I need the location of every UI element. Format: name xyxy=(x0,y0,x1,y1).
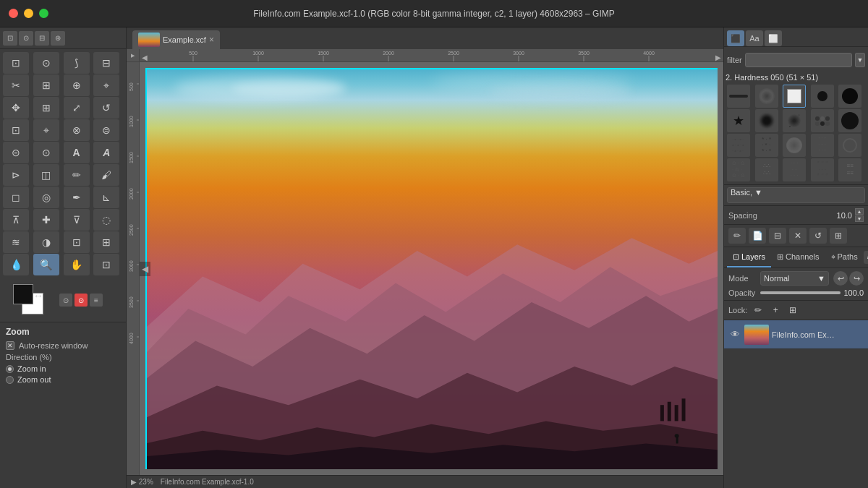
spacing-down-btn[interactable]: ▼ xyxy=(855,215,864,222)
filter-input[interactable] xyxy=(745,53,852,67)
toolbar-icon-2[interactable]: ⊙ xyxy=(19,31,33,46)
tool-extra[interactable]: ⊡ xyxy=(93,254,119,275)
tool-shear[interactable]: ⌖ xyxy=(33,119,59,141)
quick-mask-icon[interactable]: ⊙ xyxy=(59,294,72,307)
tool-perspective[interactable]: ⊗ xyxy=(64,119,90,141)
auto-resize-checkbox[interactable]: ✕ xyxy=(6,341,14,350)
tool-paintbrush[interactable]: 🖌 xyxy=(93,164,119,186)
tool-rect-select[interactable]: ⊡ xyxy=(3,52,29,74)
brush-item-hard-sm[interactable] xyxy=(811,85,834,108)
brush-text-tab[interactable]: Aa xyxy=(746,30,763,46)
tool-transform[interactable]: ⊜ xyxy=(93,119,119,141)
tool-bucket-fill[interactable]: ⊳ xyxy=(3,164,29,186)
brush-item-stipple[interactable]: ∴∴∴∴ xyxy=(755,158,778,181)
brush-item-soft1[interactable] xyxy=(755,85,778,108)
lock-pixels-btn[interactable]: ✏ xyxy=(752,304,765,317)
image-tab[interactable]: Example.xcf × xyxy=(132,30,220,49)
canvas-nav-arrow[interactable]: ◀ xyxy=(140,53,150,61)
brush-item-selected[interactable] xyxy=(783,85,806,108)
tool-pan[interactable]: ✋ xyxy=(64,254,90,275)
tool-zoom[interactable]: 🔍 xyxy=(33,254,59,275)
brush-item-splat1[interactable] xyxy=(755,109,778,132)
tool-free-select[interactable]: ⟆ xyxy=(64,52,90,74)
edit-brush-btn[interactable]: ✏ xyxy=(728,228,746,244)
view-brushes-btn[interactable]: ⊞ xyxy=(830,228,847,244)
tool-move[interactable]: ⊞ xyxy=(33,97,59,119)
tool-scale[interactable]: ⊡ xyxy=(3,119,29,141)
zoom-out-radio[interactable] xyxy=(6,376,14,384)
tool-measure[interactable]: ⊞ xyxy=(93,231,119,253)
tool-align[interactable]: ✥ xyxy=(3,97,29,119)
foreground-color-swatch[interactable] xyxy=(13,284,33,304)
tool-color-balance[interactable]: ⊡ xyxy=(64,231,90,253)
swap-colors-icon[interactable]: ↔ xyxy=(33,290,43,301)
refresh-brushes-btn[interactable]: ↺ xyxy=(809,228,827,244)
lock-position-btn[interactable]: + xyxy=(769,304,782,317)
zoom-in-radio[interactable] xyxy=(6,365,14,373)
tool-by-color[interactable]: ⊞ xyxy=(33,74,59,96)
quick-mask-active-icon[interactable]: ⊙ xyxy=(75,294,88,307)
redo-btn[interactable]: ↪ xyxy=(849,271,864,286)
image-tab-close-icon[interactable]: × xyxy=(209,35,214,45)
tool-clone[interactable]: ⊼ xyxy=(3,209,29,231)
brush-pattern-tab[interactable]: ⬜ xyxy=(765,30,782,46)
tool-fuzzy-select[interactable]: ⊟ xyxy=(93,52,119,74)
tool-ink[interactable]: ✒ xyxy=(64,187,90,208)
brush-item-large-dark[interactable] xyxy=(838,109,861,132)
canvas-nav-arrow-right[interactable]: ▶ xyxy=(713,53,723,61)
spacing-stepper[interactable]: ▲ ▼ xyxy=(855,208,864,222)
brush-item-splatter[interactable]: * · *· * ·* · * xyxy=(755,134,778,157)
brush-item-leaf1[interactable]: ⊙ · ⊙· ⊙ ·⊙ · ⊙ xyxy=(727,158,750,181)
tool-mypaint[interactable]: ⊾ xyxy=(93,187,119,208)
brush-item-hard-lg[interactable] xyxy=(838,85,861,108)
image-canvas[interactable]: ◀ xyxy=(140,62,723,475)
canvas-scroll-left[interactable]: ◀ xyxy=(140,262,150,276)
lock-alpha-btn[interactable]: ⊞ xyxy=(786,304,799,317)
brush-item-line[interactable] xyxy=(727,85,750,108)
tool-blur[interactable]: ◌ xyxy=(93,209,119,231)
brush-item-scatter1[interactable]: ·•·•·•·•·•·•·•· xyxy=(727,134,750,157)
filter-dropdown-arrow[interactable]: ▼ xyxy=(855,53,865,67)
tool-rotate[interactable]: ↺ xyxy=(93,97,119,119)
tool-gradient[interactable]: ◫ xyxy=(33,164,59,186)
layer-visibility-toggle[interactable]: 👁 xyxy=(728,328,741,341)
spacing-up-btn[interactable]: ▲ xyxy=(855,208,864,215)
color-swatch-container[interactable]: ↔ xyxy=(13,284,52,316)
tool-eraser[interactable]: ◻ xyxy=(3,187,29,208)
tool-color-picker[interactable]: 💧 xyxy=(3,254,29,275)
close-button[interactable] xyxy=(9,9,18,18)
tool-perspective-clone[interactable]: ⊽ xyxy=(64,209,90,231)
mode-select[interactable]: Normal ▼ xyxy=(760,271,829,286)
brush-item-spray1[interactable] xyxy=(783,109,806,132)
toolbar-icon-4[interactable]: ⊛ xyxy=(51,31,65,46)
tool-crop[interactable]: ⤢ xyxy=(64,97,90,119)
brush-item-scatter2[interactable]: ⁺⁻⁺⁻⁺⁻⁺⁻⁺ xyxy=(811,134,834,157)
undo-btn[interactable]: ↩ xyxy=(833,271,848,286)
new-brush-btn[interactable]: 📄 xyxy=(749,228,766,244)
tool-ellipse-select[interactable]: ⊙ xyxy=(33,52,59,74)
tool-smudge[interactable]: ≋ xyxy=(3,231,29,253)
tool-warp[interactable]: ⊝ xyxy=(3,142,29,163)
tool-healing[interactable]: ✚ xyxy=(33,209,59,231)
brush-item-dots1[interactable] xyxy=(811,109,834,132)
brush-category-select[interactable]: Basic, ▼ xyxy=(727,187,865,203)
layer-item-0[interactable]: 👁 FileInfo.com Ex… xyxy=(724,320,868,349)
tool-airbrush[interactable]: ◎ xyxy=(33,187,59,208)
tool-cage[interactable]: ⊙ xyxy=(33,142,59,163)
window-controls[interactable] xyxy=(9,9,48,18)
view-icon[interactable]: ≡ xyxy=(90,294,103,307)
tool-foreground-select[interactable]: ⊕ xyxy=(64,74,90,96)
duplicate-brush-btn[interactable]: ⊟ xyxy=(769,228,786,244)
brush-item-soft-glow[interactable] xyxy=(783,134,806,157)
brush-item-grunge[interactable]: ⁺ ⁻ ⁺∙ ∙ ∙⁺ ⁻ ⁺ xyxy=(811,158,834,181)
brush-item-texture[interactable]: ≡≡≡≡ xyxy=(838,158,861,181)
paths-tab[interactable]: ⌖ Paths xyxy=(825,247,864,267)
brush-color-tab[interactable]: ⬛ xyxy=(727,30,744,46)
tool-pencil[interactable]: ✏ xyxy=(64,164,90,186)
tool-dodge[interactable]: ◑ xyxy=(33,231,59,253)
layers-settings-btn[interactable]: ⚙ xyxy=(864,251,868,264)
delete-brush-btn[interactable]: ✕ xyxy=(789,228,807,244)
tool-paths[interactable]: ⌖ xyxy=(93,74,119,96)
minimize-button[interactable] xyxy=(24,9,33,18)
brush-item-star[interactable]: ★ xyxy=(727,109,750,132)
